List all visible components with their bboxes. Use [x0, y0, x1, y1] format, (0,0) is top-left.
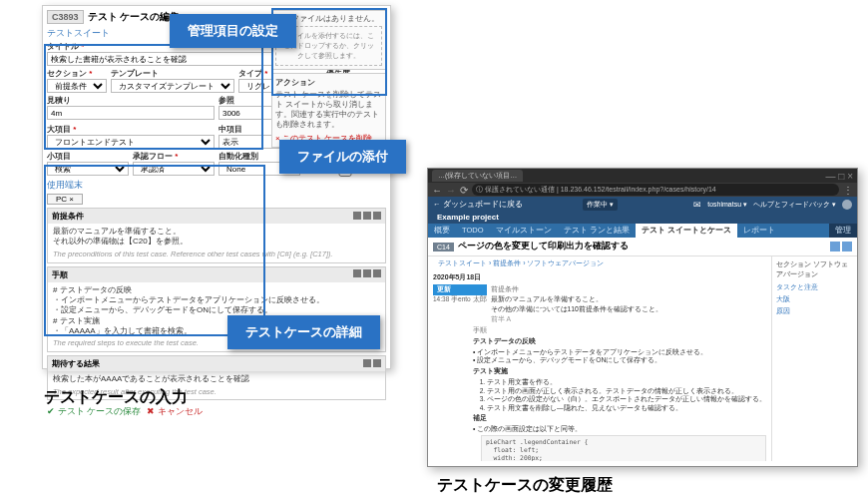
- toolbar-icon[interactable]: [363, 359, 371, 367]
- nav-fwd-icon: →: [446, 185, 456, 196]
- section-sidebar: セクション ソフトウェアバージョン タスクと注意 大阪 原因: [771, 256, 857, 461]
- sidebar-item[interactable]: 大阪: [776, 293, 853, 305]
- callout-2: テストケースの詳細: [227, 315, 380, 349]
- section-select[interactable]: 前提条件: [47, 79, 107, 93]
- toolbar-icon[interactable]: [353, 269, 361, 277]
- tab-runs[interactable]: テスト ランと結果: [558, 224, 636, 238]
- history-panel: テストスイート › 前提条件 › ソフトウェアバージョン 2020年5月18日 …: [428, 256, 771, 461]
- history-browser-window: …(保存していない項目… — □ × ← → ⟳ ⓘ 保護されていない通信 | …: [427, 168, 858, 467]
- notifications-icon[interactable]: ✉: [693, 200, 701, 210]
- update-badge: 更新: [433, 284, 487, 295]
- tab-reports[interactable]: レポート: [737, 224, 781, 238]
- testcase-id-badge: C3893: [47, 10, 84, 24]
- sidebar-item[interactable]: 原因: [776, 305, 853, 317]
- actions-box: アクション テスト ケースを削除してテスト スイートから取り消します。関連する実…: [271, 73, 386, 148]
- toolbar-icon[interactable]: [373, 269, 381, 277]
- approval-flow-select[interactable]: 承認済: [133, 162, 215, 176]
- callout-3: ファイルの添付: [279, 140, 406, 174]
- work-menu[interactable]: 作業中 ▾: [583, 199, 618, 211]
- small-item-select[interactable]: 検索: [47, 162, 129, 176]
- toolbar-icon[interactable]: [363, 269, 371, 277]
- code-snippet: pieChart .legendContainer { float: left;…: [481, 435, 766, 461]
- nav-back-icon[interactable]: ←: [432, 185, 442, 196]
- toolbar-icon[interactable]: [363, 212, 371, 220]
- caption-left: テストケースの入力: [44, 387, 188, 408]
- help-menu[interactable]: ヘルプとフィードバック ▾: [753, 200, 836, 210]
- tab-overview[interactable]: 概要: [428, 224, 456, 238]
- callout-1: 管理項目の設定: [170, 14, 296, 48]
- address-field[interactable]: ⓘ 保護されていない通信 | 18.236.46.152/testrail/in…: [472, 184, 839, 196]
- app-header: ← ダッシュボードに戻る 作業中 ▾ ✉ toshimatsu ▾ ヘルプとフィ…: [428, 197, 857, 213]
- reload-icon[interactable]: ⟳: [460, 185, 468, 196]
- edit-icon[interactable]: [830, 242, 840, 251]
- tab-milestones[interactable]: マイルストーン: [490, 224, 558, 238]
- precondition-block: 前提条件 最新のマニュアルを準備すること。 それ以外の準備物は【C20】を参照。…: [47, 208, 386, 263]
- page-title: テスト ケースの編集: [88, 10, 181, 24]
- app-tabs: 概要 TODO マイルストーン テスト ランと結果 テスト スイートとケース レ…: [428, 224, 857, 238]
- tab-todo[interactable]: TODO: [456, 224, 490, 238]
- tc-title: ページの色を変更して印刷出力を確認する: [458, 241, 629, 252]
- testcase-header: C14 ページの色を変更して印刷出力を確認する: [428, 238, 857, 256]
- caption-right: テストケースの変更履歴: [437, 475, 613, 496]
- device-label: 使用端末: [47, 179, 386, 192]
- template-select[interactable]: カスタマイズテンプレート: [111, 79, 234, 93]
- browser-tabbar: …(保存していない項目… — □ ×: [428, 169, 857, 183]
- menu-icon[interactable]: ⋮: [843, 185, 853, 196]
- estimate-input[interactable]: [47, 106, 215, 120]
- next-icon[interactable]: [842, 242, 852, 251]
- history-date: 2020年5月18日: [433, 272, 766, 282]
- history-entry: 更新 14:38 手ento 太郎 前提条件 最新のマニュアルを準備すること。 …: [433, 284, 766, 324]
- sidebar-item[interactable]: タスクと注意: [776, 281, 853, 293]
- toolbar-icon[interactable]: [373, 359, 381, 367]
- device-tag-pc[interactable]: PC ×: [47, 194, 83, 205]
- avatar-icon[interactable]: [842, 200, 852, 210]
- browser-tab[interactable]: …(保存していない項目…: [432, 170, 523, 182]
- tc-number: C14: [433, 243, 454, 251]
- big-item-select[interactable]: フロントエンドテスト: [47, 135, 215, 149]
- browser-addressbar: ← → ⟳ ⓘ 保護されていない通信 | 18.236.46.152/testr…: [428, 183, 857, 197]
- tab-suites[interactable]: テスト スイートとケース: [636, 224, 737, 238]
- window-controls[interactable]: — □ ×: [826, 171, 853, 182]
- toolbar-icon[interactable]: [353, 212, 361, 220]
- admin-link[interactable]: 管理: [829, 224, 857, 238]
- breadcrumb[interactable]: テストスイート › 前提条件 › ソフトウェアバージョン: [433, 256, 766, 270]
- toolbar-icon[interactable]: [373, 212, 381, 220]
- project-title: Example project: [437, 213, 499, 222]
- user-menu[interactable]: toshimatsu ▾: [707, 201, 747, 209]
- back-to-dashboard-link[interactable]: ← ダッシュボードに戻る: [433, 200, 523, 210]
